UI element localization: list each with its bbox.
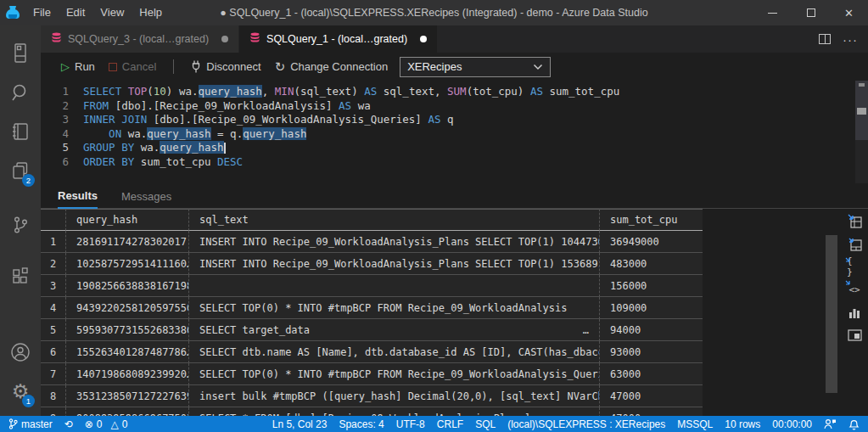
status-item[interactable]: Spaces: 4: [339, 418, 384, 430]
cell-query-hash[interactable]: 3531238507127227639: [66, 385, 189, 407]
cell-sql-text[interactable]: insert bulk #tmpBCP ([query_hash] Decima…: [189, 385, 600, 407]
sql-editor[interactable]: 1SELECT TOP(10) wa.query_hash, MIN(sql_t…: [41, 81, 868, 183]
cell-sql-text[interactable]: SELECT TOP(0) * INTO #tmpBCP FROM Recipe…: [189, 297, 600, 319]
cell-sql-text[interactable]: SELECT TOP(0) * INTO #tmpBCP FROM Recipe…: [189, 363, 600, 385]
row-number-cell[interactable]: 3: [41, 275, 66, 297]
cell-query-hash[interactable]: 102587572951411160…: [66, 253, 189, 275]
maximize-button[interactable]: [792, 0, 830, 25]
minimize-button[interactable]: [753, 0, 792, 25]
cell-sum-tot-cpu[interactable]: 156000: [600, 275, 703, 297]
database-dropdown[interactable]: XERecipes: [400, 57, 551, 77]
disconnect-button[interactable]: Disconnect: [184, 60, 267, 73]
cell-sum-tot-cpu[interactable]: 47000: [600, 385, 703, 407]
table-row[interactable]: 7140719868089239920…SELECT TOP(0) * INTO…: [41, 363, 703, 385]
source-control-icon[interactable]: [0, 205, 41, 244]
dirty-dot-icon[interactable]: [221, 36, 228, 42]
table-row[interactable]: 1281691174278302017INSERT INTO Recipe_09…: [41, 231, 703, 253]
cell-query-hash[interactable]: 140719868089239920…: [66, 363, 189, 385]
problems-indicator[interactable]: ⊗ 0 △ 0: [85, 418, 128, 430]
menu-file[interactable]: File: [25, 0, 59, 25]
cell-query-hash[interactable]: 9439220258120597550: [66, 297, 189, 319]
row-number-cell[interactable]: 9: [41, 407, 66, 416]
table-row[interactable]: 83531238507127227639insert bulk #tmpBCP …: [41, 385, 703, 407]
editor-tab-1[interactable]: SQLQuery_3 - (local…grated): [41, 25, 239, 53]
chart-icon[interactable]: [847, 305, 862, 320]
feedback-icon[interactable]: [824, 418, 837, 429]
column-header-query_hash[interactable]: query_hash: [66, 209, 189, 231]
close-button[interactable]: ✕: [830, 0, 868, 25]
status-item[interactable]: 00:00:00: [772, 418, 812, 430]
row-number-cell[interactable]: 6: [41, 341, 66, 363]
editor-scrollbar[interactable]: [855, 81, 868, 183]
cell-sum-tot-cpu[interactable]: 47000: [600, 407, 703, 416]
menu-view[interactable]: View: [92, 0, 132, 25]
row-number-cell[interactable]: 2: [41, 253, 66, 275]
save-as-xml-icon[interactable]: <>: [847, 282, 862, 297]
more-actions-icon[interactable]: ···: [843, 32, 858, 47]
save-as-csv-icon[interactable]: [847, 213, 862, 228]
cell-sql-text[interactable]: INSERT INTO Recipe_09_WorkloadAnalysis_P…: [189, 231, 600, 253]
cell-sql-text[interactable]: SELECT * FROM [dbo].[Recipe_09_WorkloadA…: [189, 407, 600, 416]
visualizer-icon[interactable]: [847, 328, 862, 343]
tab-results[interactable]: Results: [58, 189, 98, 209]
tab-messages[interactable]: Messages: [121, 190, 171, 208]
account-icon[interactable]: [0, 333, 41, 372]
cell-sum-tot-cpu[interactable]: 483000: [600, 253, 703, 275]
cell-sql-text[interactable]: INSERT INTO Recipe_09_WorkloadAnalysis_P…: [189, 253, 600, 275]
cell-sql-text[interactable]: SELECT dtb.name AS [Name], dtb.database_…: [189, 341, 600, 363]
table-row[interactable]: 55959307731552683386SELECT target_data…9…: [41, 319, 703, 341]
row-number-cell[interactable]: 8: [41, 385, 66, 407]
column-header-sum_tot_cpu[interactable]: sum_tot_cpu: [600, 209, 703, 231]
cell-sum-tot-cpu[interactable]: 36949000: [600, 231, 703, 253]
cell-sql-text[interactable]: SELECT target_data…: [189, 319, 600, 341]
row-number-cell[interactable]: 1: [41, 231, 66, 253]
connections-icon[interactable]: [0, 34, 41, 73]
extensions-icon[interactable]: [0, 256, 41, 295]
row-number-cell[interactable]: 7: [41, 363, 66, 385]
status-item[interactable]: (local)\SQLEXPRESS : XERecipes: [507, 418, 665, 430]
cell-sum-tot-cpu[interactable]: 63000: [600, 363, 703, 385]
cell-query-hash[interactable]: 281691174278302017: [66, 231, 189, 253]
table-row[interactable]: 2102587572951411160…INSERT INTO Recipe_0…: [41, 253, 703, 275]
grid-scrollbar[interactable]: [826, 235, 837, 393]
table-row[interactable]: 49439220258120597550SELECT TOP(0) * INTO…: [41, 297, 703, 319]
row-number-cell[interactable]: 4: [41, 297, 66, 319]
row-number-cell[interactable]: 5: [41, 319, 66, 341]
change-connection-button[interactable]: ↻ Change Connection: [268, 59, 395, 75]
save-as-json-icon[interactable]: { }: [847, 259, 862, 274]
status-item[interactable]: MSSQL: [677, 418, 713, 430]
cell-sum-tot-cpu[interactable]: 94000: [600, 319, 703, 341]
run-button[interactable]: ▷ Run: [54, 60, 102, 73]
menu-bar: FileEditViewHelp: [25, 0, 170, 25]
sync-button[interactable]: ⟲: [64, 418, 73, 430]
status-item[interactable]: UTF-8: [396, 418, 425, 430]
cell-query-hash[interactable]: 155263401287487786…: [66, 341, 189, 363]
status-item[interactable]: Ln 5, Col 23: [272, 418, 328, 430]
notebooks-icon[interactable]: [0, 112, 41, 151]
settings-gear-icon[interactable]: ⚙ 1: [0, 372, 41, 411]
table-row[interactable]: 6155263401287487786…SELECT dtb.name AS […: [41, 341, 703, 363]
table-row[interactable]: 31908256638838167198156000: [41, 275, 703, 297]
cell-sql-text[interactable]: [189, 275, 600, 297]
cell-sum-tot-cpu[interactable]: 93000: [600, 341, 703, 363]
cell-query-hash[interactable]: 1908256638838167198: [66, 275, 189, 297]
notifications-bell-icon[interactable]: [848, 418, 860, 430]
save-as-excel-icon[interactable]: [847, 236, 862, 251]
status-item[interactable]: CRLF: [437, 418, 463, 430]
branch-indicator[interactable]: master: [8, 418, 53, 430]
table-row[interactable]: 99008939598669677503SELECT * FROM [dbo].…: [41, 407, 703, 416]
search-icon[interactable]: [0, 73, 41, 112]
status-item[interactable]: 10 rows: [725, 418, 760, 430]
split-editor-icon[interactable]: [819, 34, 831, 44]
cancel-button[interactable]: Cancel: [102, 60, 163, 73]
explorer-copy-icon[interactable]: 2: [0, 151, 41, 190]
column-header-sql_text[interactable]: sql_text: [189, 209, 600, 231]
menu-edit[interactable]: Edit: [59, 0, 92, 25]
dirty-dot-icon[interactable]: [420, 36, 427, 42]
cell-query-hash[interactable]: 5959307731552683386: [66, 319, 189, 341]
cell-query-hash[interactable]: 9008939598669677503: [66, 407, 189, 416]
cell-sum-tot-cpu[interactable]: 109000: [600, 297, 703, 319]
editor-tab-2[interactable]: SQLQuery_1 - (local…grated): [239, 25, 438, 53]
status-item[interactable]: SQL: [475, 418, 496, 430]
menu-help[interactable]: Help: [132, 0, 170, 25]
